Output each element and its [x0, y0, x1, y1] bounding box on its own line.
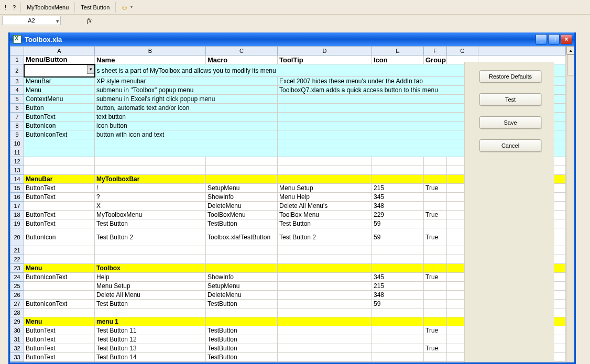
scrollbar-thumb[interactable] — [567, 54, 574, 75]
cell[interactable]: Menu — [24, 86, 95, 95]
cell[interactable]: ShowInfo — [206, 193, 278, 202]
col-header-g[interactable]: G — [447, 47, 478, 56]
row-header[interactable]: 15 — [10, 184, 24, 193]
col-header-d[interactable]: D — [278, 47, 372, 56]
cell[interactable] — [278, 317, 372, 326]
row-header[interactable]: 18 — [10, 211, 24, 219]
cell[interactable]: 59 — [372, 228, 424, 246]
cancel-button[interactable]: Cancel — [479, 139, 541, 152]
cell[interactable]: MenuBar — [24, 175, 95, 184]
window-title-bar[interactable]: Toolbox.xla _ □ × — [10, 32, 574, 46]
cell[interactable] — [278, 130, 478, 139]
cell[interactable]: Test Button 2 — [278, 228, 372, 246]
cell[interactable] — [278, 148, 478, 157]
cell[interactable] — [278, 104, 478, 113]
cell[interactable] — [372, 264, 424, 273]
cell[interactable] — [424, 157, 447, 166]
cell[interactable] — [424, 308, 447, 317]
row-header[interactable]: 7 — [10, 113, 24, 122]
row-header[interactable]: 24 — [10, 273, 24, 282]
cell[interactable] — [206, 255, 278, 264]
cell[interactable]: MyToolboxBar — [95, 175, 206, 184]
cell[interactable] — [278, 157, 372, 166]
row-header[interactable]: 19 — [10, 219, 24, 228]
cell[interactable] — [278, 95, 478, 104]
cell[interactable]: Test Button 12 — [95, 335, 206, 344]
row-header[interactable]: 33 — [10, 353, 24, 362]
cell[interactable]: Test Button 13 — [95, 344, 206, 353]
cell[interactable] — [278, 113, 478, 122]
row-header[interactable]: 3 — [10, 77, 24, 86]
cell[interactable]: Help — [95, 273, 206, 282]
cell[interactable] — [372, 175, 424, 184]
row-header[interactable]: 8 — [10, 122, 24, 130]
cell[interactable] — [95, 255, 206, 264]
cell[interactable] — [24, 139, 95, 148]
cell[interactable] — [278, 353, 372, 362]
cell[interactable] — [278, 166, 372, 175]
row-header[interactable]: 10 — [10, 139, 24, 148]
row-header[interactable]: 23 — [10, 264, 24, 273]
cell[interactable]: 215 — [372, 184, 424, 193]
cell[interactable]: Delete All Menu's — [278, 202, 372, 211]
cell[interactable]: button, automatic text and/or icon — [95, 104, 278, 113]
cell[interactable] — [95, 157, 206, 166]
cell[interactable]: ButtonText — [24, 211, 95, 219]
col-header-f[interactable]: F — [424, 47, 447, 56]
cell[interactable] — [206, 264, 278, 273]
row-header[interactable]: 11 — [10, 148, 24, 157]
maximize-button[interactable]: □ — [548, 34, 560, 45]
cell[interactable] — [278, 300, 372, 308]
cell[interactable]: SetupMenu — [206, 282, 278, 291]
toolbar-btn-smiley[interactable]: ☺ ▾ — [118, 2, 135, 13]
cell[interactable]: ButtonIconText — [24, 300, 95, 308]
cell[interactable] — [424, 246, 447, 255]
cell[interactable]: SetupMenu — [206, 184, 278, 193]
cell[interactable]: 345 — [372, 193, 424, 202]
cell[interactable] — [24, 255, 95, 264]
cell[interactable]: Group — [424, 56, 447, 64]
cell[interactable]: menu 1 — [95, 317, 206, 326]
cell[interactable] — [372, 317, 424, 326]
cell[interactable] — [206, 246, 278, 255]
cell[interactable] — [278, 175, 372, 184]
cell[interactable]: ButtonText — [24, 219, 95, 228]
cell[interactable]: Button — [24, 104, 95, 113]
cell[interactable]: True — [424, 344, 447, 353]
cell[interactable] — [424, 264, 447, 273]
cell[interactable] — [424, 193, 447, 202]
cell[interactable]: Name — [95, 56, 206, 64]
cell[interactable] — [278, 291, 372, 300]
cell[interactable]: ShowInfo — [206, 273, 278, 282]
row-header[interactable]: 22 — [10, 255, 24, 264]
cell[interactable] — [95, 166, 206, 175]
cell[interactable]: True — [424, 228, 447, 246]
cell[interactable]: ! — [95, 184, 206, 193]
cell[interactable]: ContextMenu — [24, 95, 95, 104]
row-header[interactable]: 21 — [10, 246, 24, 255]
cell[interactable] — [95, 308, 206, 317]
cell[interactable]: TestButton — [206, 344, 278, 353]
cell[interactable] — [372, 335, 424, 344]
cell[interactable] — [278, 246, 372, 255]
cell[interactable] — [206, 157, 278, 166]
cell[interactable]: 215 — [372, 282, 424, 291]
cell[interactable]: DeleteMenu — [206, 291, 278, 300]
cell[interactable] — [278, 255, 372, 264]
row-header[interactable]: 4 — [10, 86, 24, 95]
toolbar-btn-question[interactable]: ? — [10, 3, 18, 12]
cell[interactable]: Test Button — [95, 219, 206, 228]
cell[interactable] — [372, 255, 424, 264]
row-header[interactable]: 9 — [10, 130, 24, 139]
cell[interactable] — [24, 246, 95, 255]
toolbar-btn-testbutton[interactable]: Test Button — [77, 3, 113, 12]
cell[interactable]: Toolbox — [95, 264, 206, 273]
select-all-corner[interactable] — [10, 47, 24, 56]
instruction-text[interactable]: s sheet is a part of MyToolbox and allow… — [95, 64, 478, 77]
save-button[interactable]: Save — [479, 116, 541, 129]
cell[interactable] — [278, 308, 372, 317]
cell[interactable]: ButtonText — [24, 353, 95, 362]
cell[interactable] — [424, 202, 447, 211]
vertical-scrollbar[interactable]: ▴ — [566, 46, 574, 362]
scroll-up-button[interactable]: ▴ — [566, 46, 574, 54]
